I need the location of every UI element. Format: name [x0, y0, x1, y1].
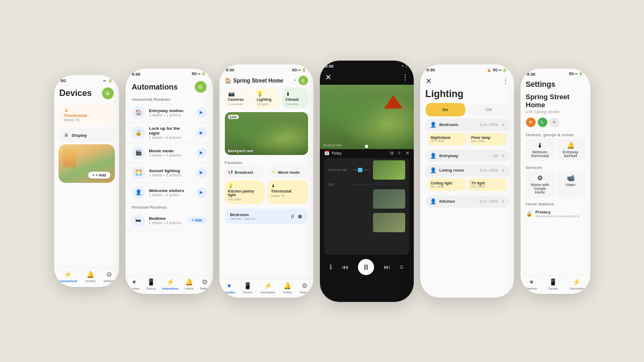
- timeline-item-3[interactable]: [324, 211, 409, 234]
- automation-icon-2: 🎬: [132, 146, 145, 159]
- today-label: Today: [332, 151, 342, 155]
- chevron-living: ∧: [501, 168, 504, 173]
- play-btn-4[interactable]: ▶: [196, 187, 207, 198]
- next-icon[interactable]: ⏭: [384, 263, 390, 271]
- bedroom-thermostat-card[interactable]: 🌡 Bedroom thermostat: [526, 138, 554, 161]
- video-card[interactable]: 📹 Video: [557, 171, 585, 197]
- privacy-icon: 🔒: [526, 211, 532, 217]
- kitchen-light-card[interactable]: 💡 Kitchen pantry light On • 50%: [225, 180, 265, 204]
- home-image: + + Add: [58, 144, 115, 183]
- display-card[interactable]: 🖥 Display ›: [58, 128, 115, 142]
- nav3-activity[interactable]: 🔔 Activity: [283, 282, 292, 294]
- settings-icon: ⚙: [106, 271, 112, 278]
- bedroom-card[interactable]: Bedroom Lost Me · Give on ⏸ ⏹: [225, 209, 308, 224]
- on-toggle[interactable]: On: [426, 103, 466, 116]
- bedroom-room-icon: 👤: [430, 122, 436, 128]
- user-avatar-2[interactable]: G: [195, 81, 207, 93]
- user-avatar-1[interactable]: G: [102, 87, 114, 99]
- floorlamp-card[interactable]: Floor lamp On • 50%: [468, 133, 507, 145]
- automation-text-bed: Bedtime 1 starter • 3 actions: [149, 216, 184, 225]
- nav6-devices[interactable]: 📱 Devices: [548, 278, 558, 290]
- camera-preview[interactable]: Live Backyard cam: [225, 112, 308, 155]
- movie-mode-btn[interactable]: ✨ Movie mode: [268, 166, 308, 178]
- info-icon[interactable]: ℹ: [330, 263, 332, 271]
- nav3-automations[interactable]: ⚡ Automations: [260, 282, 275, 294]
- add-member-btn[interactable]: +: [550, 117, 559, 127]
- timeline-view: 10:23:10 AM 10A: [324, 158, 409, 255]
- nav3-devices[interactable]: 📱 Devices: [243, 282, 253, 294]
- ceiling-card[interactable]: Ceiling light On • 50%: [428, 179, 466, 191]
- section-services-label: Services: [521, 163, 590, 171]
- thumb-1[interactable]: [373, 160, 405, 180]
- bedroom-section: 👤 Bedroom 2 on • 50% ∧ Nightstand On • 5…: [426, 119, 509, 147]
- entryway-room-header[interactable]: 👤 Entryway Off ∨: [426, 150, 509, 162]
- status-bar-3: 9:30 5G ▪▪ 🔋: [219, 64, 313, 73]
- broadcast-btn[interactable]: 📢 Broadcast: [225, 166, 265, 178]
- cameras-card[interactable]: 📷 Cameras 3 cameras: [225, 87, 251, 109]
- nav2-settings[interactable]: ⚙ Settings: [200, 278, 209, 290]
- tvlight-card[interactable]: TV light On • 50%: [468, 179, 507, 191]
- more-btn-5[interactable]: ⋮: [502, 77, 509, 85]
- member-avatar-1[interactable]: G: [526, 117, 536, 127]
- status-bar-6: 9:30 5G ▪▪ 🔋: [521, 69, 590, 78]
- scrubber-dot[interactable]: [365, 145, 368, 148]
- automation-item-1[interactable]: 🔒 Lock up for the night 1 starter • 3 ac…: [126, 123, 213, 143]
- nav-settings[interactable]: ⚙ Settings: [104, 271, 115, 283]
- set-icon: ⚙: [202, 278, 208, 286]
- home-header: 🏠 Spring Street Home ▾ G: [219, 73, 313, 87]
- nav-activity[interactable]: 🔔 Activity: [85, 271, 96, 283]
- nav2-activity[interactable]: 🔔 Activity: [185, 278, 194, 290]
- nav2-favorites[interactable]: ♥ Favorites: [129, 278, 140, 290]
- calendar-icon: 📅: [324, 151, 330, 156]
- play-btn-3[interactable]: ▶: [196, 167, 207, 178]
- kitchen-room-header[interactable]: 👤 Kitchen 2 on • 50% ∧: [426, 195, 509, 208]
- nightstand-card[interactable]: Nightstand On • 50%: [428, 133, 466, 145]
- bedroom-room-header[interactable]: 👤 Bedroom 2 on • 50% ∧: [426, 119, 509, 131]
- timeline-item-1[interactable]: 10:23:10 AM: [324, 158, 409, 182]
- menu-icon[interactable]: ≡: [400, 263, 404, 271]
- bedroom-room-sub: 2 on • 50%: [480, 123, 498, 127]
- add-button[interactable]: + + Add: [88, 172, 110, 179]
- phone-devices: 5G ▪▪ 🔋 Devices G 🌡 Thermostat Indoor 70…: [54, 75, 119, 287]
- play-btn-1[interactable]: ▶: [196, 127, 207, 138]
- nav6-favorites[interactable]: ♥ Favorites: [526, 278, 537, 290]
- thumb-3[interactable]: [373, 213, 405, 232]
- nav6-automations[interactable]: ⚡ Automations: [569, 278, 584, 290]
- thermostat-card[interactable]: 🌡 Thermostat Indoor 70 ›: [58, 104, 115, 126]
- automation-item-0[interactable]: 🏠 Entryway motion 1 starter • 1 actions …: [126, 103, 213, 123]
- nav-activity-label: Activity: [85, 279, 96, 283]
- timeline-item-2[interactable]: [324, 187, 409, 211]
- play-btn-0[interactable]: ▶: [196, 107, 207, 118]
- off-toggle[interactable]: Off: [469, 103, 509, 116]
- member-avatar-2[interactable]: L: [538, 117, 547, 127]
- play-pause-btn[interactable]: ⏸: [358, 259, 374, 275]
- prev-icon[interactable]: ⏮: [342, 263, 348, 271]
- close-btn-5[interactable]: ✕: [426, 77, 432, 85]
- automation-bedtime[interactable]: 🛏 Bedtime 1 starter • 3 actions + Add: [126, 211, 213, 231]
- more-icon[interactable]: ⋮: [402, 73, 408, 81]
- nav3-favorites[interactable]: ♥ Favorites: [223, 282, 235, 294]
- nav2-devices[interactable]: 📱 Devices: [146, 278, 156, 290]
- thumb-2[interactable]: [373, 189, 405, 209]
- climate-card[interactable]: 🌡 Climate 2 devices: [282, 87, 308, 109]
- close-icon[interactable]: ✕: [325, 73, 332, 82]
- add-routine-btn[interactable]: + Add: [187, 217, 206, 224]
- section-household: Household Routines: [126, 95, 213, 103]
- play-btn-2[interactable]: ▶: [196, 147, 207, 158]
- lighting-card[interactable]: 💡 Lighting 12 lights: [253, 87, 279, 109]
- thermostat-card2[interactable]: 🌡 Thermostat Indoor 70: [268, 180, 308, 204]
- nav2-automations[interactable]: ⚡ Automations: [162, 278, 179, 290]
- nav-automations[interactable]: ⚡ Automations: [58, 271, 78, 283]
- automation-icon-4: 👤: [132, 186, 145, 199]
- phone-lighting: 9:30 🔒 5G ▪▪ 🔋 ✕ ⋮ Lighting On Off 👤 Bed…: [420, 64, 514, 298]
- automation-item-2[interactable]: 🎬 Movie mode 1 starter • 4 actions ▶: [126, 143, 213, 163]
- entryway-doorbell-card[interactable]: 🔔 Entryway doorbell: [557, 138, 585, 161]
- nav3-settings[interactable]: ⚙ Settings: [299, 282, 309, 294]
- automation-icon-0: 🏠: [132, 106, 145, 119]
- user-avatar-3[interactable]: G: [298, 76, 308, 85]
- automation-item-4[interactable]: 👤 Welcome visitors 1 starter • 2 action …: [126, 183, 213, 203]
- livingroom-room-header[interactable]: 👤 Living room 2 on • 50% ∧: [426, 164, 509, 176]
- automation-item-3[interactable]: 🌅 Sunset lighting 1 starter • 3 actions …: [126, 163, 213, 183]
- privacy-row[interactable]: 🔒 Privacy Permissions, account activity …: [521, 208, 590, 220]
- google-home-card[interactable]: ⚙ Works with Google Home: [526, 171, 554, 197]
